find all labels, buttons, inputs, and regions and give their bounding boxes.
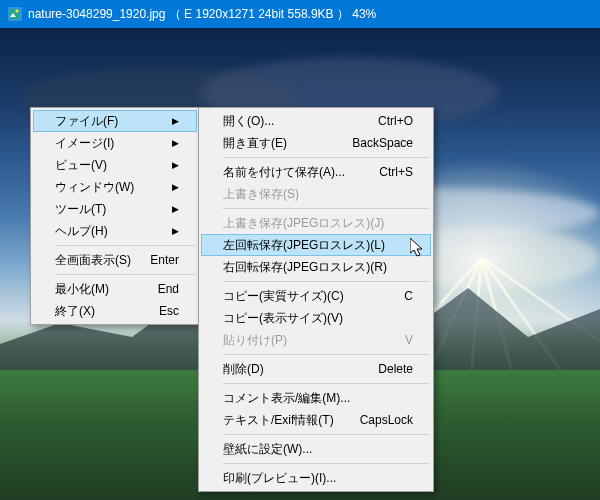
menu-item-shortcut: Delete [378, 362, 413, 376]
file-menu-item-6: 上書き保存(JPEGロスレス)(J) [201, 212, 431, 234]
menu-item-label: ツール(T) [55, 201, 106, 218]
menu-separator [55, 274, 195, 275]
file-menu-item-11[interactable]: コピー(表示サイズ)(V) [201, 307, 431, 329]
menu-item-shortcut: Esc [159, 304, 179, 318]
menu-item-label: 印刷(プレビュー)(I)... [223, 470, 336, 487]
submenu-arrow-icon: ▶ [172, 116, 179, 126]
menu-item-label: 開く(O)... [223, 113, 274, 130]
menu-item-label: ヘルプ(H) [55, 223, 108, 240]
menu-separator [223, 354, 429, 355]
file-menu-item-16[interactable]: コメント表示/編集(M)... [201, 387, 431, 409]
menu-separator [55, 245, 195, 246]
file-menu-item-7[interactable]: 左回転保存(JPEGロスレス)(L) [201, 234, 431, 256]
menu-item-label: 開き直す(E) [223, 135, 287, 152]
file-menu-item-1[interactable]: 開き直す(E)BackSpace [201, 132, 431, 154]
menu-item-label: 左回転保存(JPEGロスレス)(L) [223, 237, 385, 254]
menu-item-label: 上書き保存(S) [223, 186, 299, 203]
window-title: nature-3048299_1920.jpg （ E 1920x1271 24… [28, 6, 376, 23]
file-menu-item-17[interactable]: テキスト/Exif情報(T)CapsLock [201, 409, 431, 431]
app-icon [8, 7, 22, 21]
menu-separator [223, 157, 429, 158]
menu-separator [223, 281, 429, 282]
menu-item-label: 右回転保存(JPEGロスレス)(R) [223, 259, 387, 276]
submenu-arrow-icon: ▶ [172, 226, 179, 236]
menu-item-label: コメント表示/編集(M)... [223, 390, 350, 407]
file-menu-item-19[interactable]: 壁紙に設定(W)... [201, 438, 431, 460]
context-menu-main[interactable]: ファイル(F)▶イメージ(I)▶ビュー(V)▶ウィンドウ(W)▶ツール(T)▶ヘ… [30, 107, 200, 325]
submenu-arrow-icon: ▶ [172, 204, 179, 214]
main-menu-item-5[interactable]: ヘルプ(H)▶ [33, 220, 197, 242]
menu-item-label: テキスト/Exif情報(T) [223, 412, 334, 429]
menu-item-shortcut: Ctrl+S [379, 165, 413, 179]
main-menu-item-2[interactable]: ビュー(V)▶ [33, 154, 197, 176]
submenu-arrow-icon: ▶ [172, 182, 179, 192]
file-menu-item-12: 貼り付け(P)V [201, 329, 431, 351]
file-menu-item-0[interactable]: 開く(O)...Ctrl+O [201, 110, 431, 132]
main-menu-item-7[interactable]: 全画面表示(S)Enter [33, 249, 197, 271]
svg-rect-1 [10, 9, 20, 19]
main-menu-item-1[interactable]: イメージ(I)▶ [33, 132, 197, 154]
svg-point-3 [16, 10, 19, 13]
submenu-arrow-icon: ▶ [172, 138, 179, 148]
menu-item-label: 削除(D) [223, 361, 264, 378]
menu-item-label: 終了(X) [55, 303, 95, 320]
menu-item-label: コピー(表示サイズ)(V) [223, 310, 343, 327]
menu-item-label: 名前を付けて保存(A)... [223, 164, 345, 181]
main-menu-item-9[interactable]: 最小化(M)End [33, 278, 197, 300]
menu-separator [223, 463, 429, 464]
menu-item-shortcut: End [158, 282, 179, 296]
submenu-arrow-icon: ▶ [172, 160, 179, 170]
file-menu-item-3[interactable]: 名前を付けて保存(A)...Ctrl+S [201, 161, 431, 183]
menu-item-label: 貼り付け(P) [223, 332, 287, 349]
file-menu-item-8[interactable]: 右回転保存(JPEGロスレス)(R) [201, 256, 431, 278]
window-titlebar: nature-3048299_1920.jpg （ E 1920x1271 24… [0, 0, 600, 28]
context-menu-file[interactable]: 開く(O)...Ctrl+O開き直す(E)BackSpace名前を付けて保存(A… [198, 107, 434, 492]
menu-item-label: 全画面表示(S) [55, 252, 131, 269]
menu-item-label: ウィンドウ(W) [55, 179, 134, 196]
menu-item-label: 壁紙に設定(W)... [223, 441, 312, 458]
menu-item-label: 上書き保存(JPEGロスレス)(J) [223, 215, 384, 232]
menu-item-label: ビュー(V) [55, 157, 107, 174]
menu-item-shortcut: C [404, 289, 413, 303]
main-menu-item-0[interactable]: ファイル(F)▶ [33, 110, 197, 132]
menu-item-shortcut: CapsLock [360, 413, 413, 427]
menu-item-shortcut: V [405, 333, 413, 347]
menu-item-label: 最小化(M) [55, 281, 109, 298]
menu-separator [223, 208, 429, 209]
file-menu-item-10[interactable]: コピー(実質サイズ)(C)C [201, 285, 431, 307]
menu-item-label: ファイル(F) [55, 113, 118, 130]
menu-item-shortcut: Enter [150, 253, 179, 267]
menu-item-shortcut: BackSpace [352, 136, 413, 150]
main-menu-item-4[interactable]: ツール(T)▶ [33, 198, 197, 220]
menu-separator [223, 383, 429, 384]
menu-separator [223, 434, 429, 435]
menu-item-label: イメージ(I) [55, 135, 114, 152]
main-menu-item-3[interactable]: ウィンドウ(W)▶ [33, 176, 197, 198]
menu-item-shortcut: Ctrl+O [378, 114, 413, 128]
file-menu-item-21[interactable]: 印刷(プレビュー)(I)... [201, 467, 431, 489]
file-menu-item-4: 上書き保存(S) [201, 183, 431, 205]
file-menu-item-14[interactable]: 削除(D)Delete [201, 358, 431, 380]
menu-item-label: コピー(実質サイズ)(C) [223, 288, 344, 305]
main-menu-item-10[interactable]: 終了(X)Esc [33, 300, 197, 322]
